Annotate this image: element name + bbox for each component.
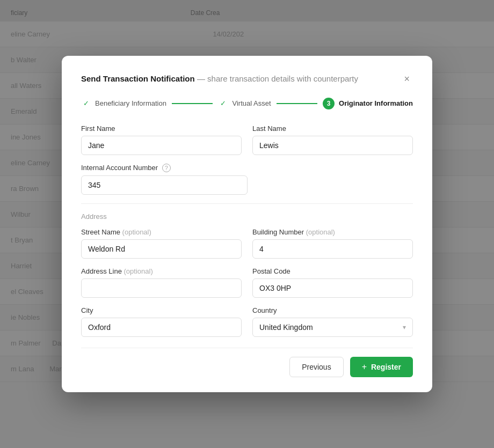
- postal-code-label: Postal Code: [252, 267, 413, 275]
- help-icon[interactable]: ?: [162, 164, 171, 172]
- building-number-label: Building Number (optional): [252, 228, 413, 236]
- step-beneficiary: ✓ Beneficiary Information: [81, 99, 166, 108]
- address-line-optional: (optional): [124, 267, 153, 275]
- previous-button[interactable]: Previous: [289, 357, 343, 377]
- address-section-title: Address: [81, 212, 413, 221]
- step-1-check-icon: ✓: [81, 99, 91, 108]
- step-2-label: Virtual Asset: [232, 99, 271, 107]
- postal-code-input[interactable]: [252, 278, 413, 298]
- register-label: Register: [371, 363, 401, 371]
- address-line-input[interactable]: [81, 278, 242, 298]
- first-name-label: First Name: [81, 124, 242, 133]
- street-name-input[interactable]: [81, 239, 242, 259]
- postal-code-group: Postal Code: [252, 267, 413, 298]
- step-originator: 3 Originator Information: [323, 98, 413, 109]
- street-name-label: Street Name (optional): [81, 228, 242, 236]
- last-name-input[interactable]: [252, 136, 413, 155]
- close-button[interactable]: ×: [401, 73, 413, 85]
- chevron-down-icon: ▾: [403, 324, 406, 331]
- step-virtual-asset: ✓ Virtual Asset: [218, 99, 271, 108]
- modal-title-text: Send Transaction Notification: [81, 74, 195, 83]
- steps-indicator: ✓ Beneficiary Information ✓ Virtual Asse…: [81, 98, 413, 109]
- account-number-input[interactable]: [81, 175, 248, 195]
- city-input[interactable]: [81, 318, 242, 337]
- city-group: City: [81, 306, 242, 337]
- step-line-2: [277, 103, 318, 104]
- first-name-group: First Name: [81, 124, 242, 155]
- street-row: Street Name (optional) Building Number (…: [81, 228, 413, 259]
- country-select[interactable]: United Kingdom ▾: [252, 318, 413, 337]
- register-plus-icon: +: [362, 362, 367, 372]
- transaction-modal: Send Transaction Notification — share tr…: [62, 56, 432, 393]
- account-number-group: Internal Account Number ?: [81, 164, 248, 195]
- building-number-input[interactable]: [252, 239, 413, 259]
- address-line-group: Address Line (optional): [81, 267, 242, 298]
- modal-header: Send Transaction Notification — share tr…: [81, 73, 413, 85]
- step-1-label: Beneficiary Information: [95, 99, 166, 107]
- register-button[interactable]: + Register: [350, 357, 413, 377]
- account-row: Internal Account Number ?: [81, 164, 413, 195]
- street-optional: (optional): [122, 228, 151, 236]
- step-3-label: Originator Information: [339, 99, 413, 107]
- modal-subtitle: — share transaction details with counter…: [197, 74, 358, 83]
- modal-title: Send Transaction Notification — share tr…: [81, 74, 358, 83]
- country-group: Country United Kingdom ▾: [252, 306, 413, 337]
- street-name-group: Street Name (optional): [81, 228, 242, 259]
- first-name-input[interactable]: [81, 136, 242, 155]
- account-number-label: Internal Account Number ?: [81, 164, 248, 173]
- city-label: City: [81, 306, 242, 314]
- modal-footer: Previous + Register: [81, 348, 413, 377]
- address-line-label: Address Line (optional): [81, 267, 242, 275]
- name-row: First Name Last Name: [81, 124, 413, 155]
- originator-form: First Name Last Name Internal Account Nu…: [81, 124, 413, 337]
- building-number-group: Building Number (optional): [252, 228, 413, 259]
- step-line-1: [172, 103, 213, 104]
- building-optional: (optional): [306, 228, 335, 236]
- country-value: United Kingdom: [259, 323, 313, 332]
- country-label: Country: [252, 306, 413, 314]
- step-2-check-icon: ✓: [218, 99, 228, 108]
- city-country-row: City Country United Kingdom ▾: [81, 306, 413, 337]
- address-divider: [81, 203, 413, 204]
- address-postal-row: Address Line (optional) Postal Code: [81, 267, 413, 298]
- last-name-label: Last Name: [252, 124, 413, 133]
- last-name-group: Last Name: [252, 124, 413, 155]
- step-3-number: 3: [323, 98, 335, 109]
